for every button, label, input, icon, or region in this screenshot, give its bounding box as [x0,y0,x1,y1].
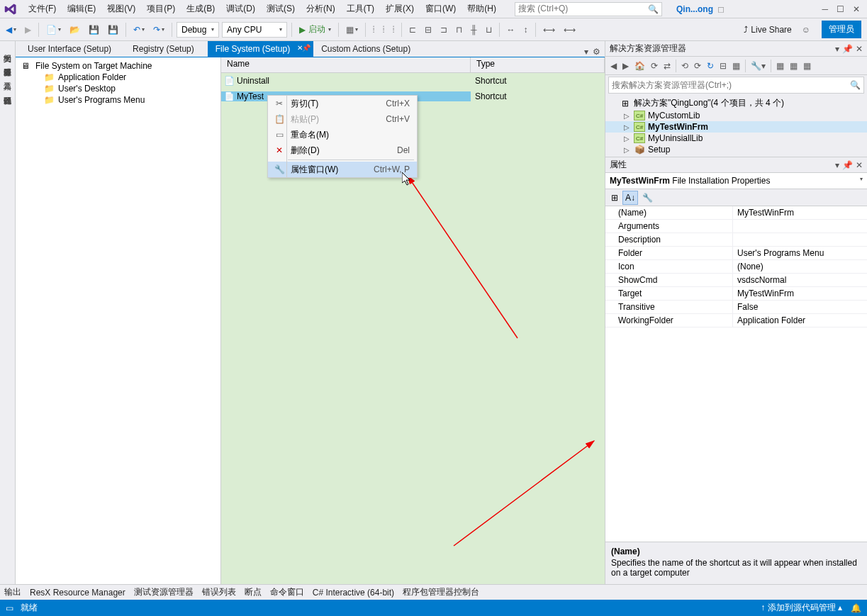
bottom-tab-csi[interactable]: C# Interactive (64-bit) [313,588,394,598]
menu-help[interactable]: 帮助(H) [462,1,502,16]
align-top-button[interactable]: ⊓ [453,23,465,36]
new-project-button[interactable]: 📄▾ [43,23,64,36]
fs-folder-app[interactable]: 📁 Application Folder [17,72,219,83]
align-right-button[interactable]: ⊐ [437,23,450,36]
minimize-button[interactable]: ─ [822,4,828,14]
tab-custom-actions[interactable]: Custom Actions (Setup) [313,41,424,57]
menu-analyze[interactable]: 分析(N) [301,1,341,16]
prop-row-icon[interactable]: Icon(None) [605,260,867,274]
fs-col-name[interactable]: Name [221,57,471,72]
menu-test[interactable]: 测试(S) [261,1,301,16]
platform-dropdown[interactable]: Any CPU▾ [222,22,287,38]
chevron-right-icon[interactable]: ▷ [622,123,631,131]
tree-project-mytestwinfrm[interactable]: ▷ C# MyTestWinFrm [605,121,867,133]
nav-back-button[interactable]: ◀▾ [3,23,19,36]
sol-props-button[interactable]: 🔧▾ [749,60,768,72]
sol-back-button[interactable]: ◀ [608,60,619,72]
bottom-tab-errors[interactable]: 错误列表 [202,586,236,598]
tb-btn-2[interactable]: ⦙ [370,23,377,36]
liveshare-button[interactable]: ⤴ Live Share [739,25,795,35]
solution-search-field[interactable] [612,80,850,90]
bottom-tab-cmd[interactable]: 命令窗口 [270,586,304,598]
menu-edit[interactable]: 编辑(E) [62,1,101,16]
menu-project[interactable]: 项目(P) [141,1,181,16]
panel-dropdown-icon[interactable]: ▾ [835,160,839,170]
prop-row-showcmd[interactable]: ShowCmdvsdscNormal [605,274,867,287]
align-bottom-button[interactable]: ⊔ [483,23,495,36]
prop-row-target[interactable]: TargetMyTestWinFrm [605,287,867,301]
tree-solution-root[interactable]: ⊞ 解决方案"QingLong"(4 个项目，共 4 个) [605,96,867,110]
prop-row-name[interactable]: (Name)MyTestWinFrm [605,206,867,220]
prop-row-transitive[interactable]: TransitiveFalse [605,301,867,314]
sol-switch-button[interactable]: ⇄ [661,60,673,72]
prop-row-arguments[interactable]: Arguments [605,220,867,233]
open-file-button[interactable]: 📂 [67,23,83,36]
bottom-tab-output[interactable]: 输出 [4,586,21,598]
user-avatar-icon[interactable]: ◻ [717,4,725,14]
bottom-tab-breakpoints[interactable]: 断点 [245,586,262,598]
maximize-button[interactable]: ☐ [837,4,844,14]
align-center-button[interactable]: ⊟ [422,23,435,36]
panel-pin-icon[interactable]: 📌 [842,160,853,170]
menu-window[interactable]: 窗口(W) [420,1,462,16]
sol-refresh-button[interactable]: ↻ [705,60,716,72]
sol-view-button[interactable]: ▦ [788,60,800,72]
tab-file-system[interactable]: File System (Setup) 📌 ✕ [208,41,313,57]
config-dropdown[interactable]: Debug▾ [177,22,219,38]
sol-sync-button[interactable]: ⟳ [649,60,660,72]
user-account[interactable]: Qin...ong [672,4,717,14]
nav-fwd-button[interactable]: ▶ [22,23,34,36]
props-wrench-button[interactable]: 🔧 [639,191,656,205]
tb-btn-1[interactable]: ▦▾ [343,23,361,36]
sol-home-button[interactable]: 🏠 [632,60,647,72]
feedback-button[interactable]: ☺ [799,23,813,36]
props-categorized-button[interactable]: ⊞ [608,191,621,205]
cm-cut[interactable]: ✂ 剪切(T) Ctrl+X [268,96,417,111]
quick-search-input[interactable]: 搜索 (Ctrl+Q) 🔍 [515,2,662,16]
prop-row-workingfolder[interactable]: WorkingFolderApplication Folder [605,314,867,327]
properties-object-selector[interactable]: MyTestWinFrm File Installation Propertie… [605,173,867,189]
tab-registry[interactable]: Registry (Setup) [125,41,208,57]
strip-tab-doc-outline[interactable]: 文档大纲 [1,44,14,52]
menu-view[interactable]: 视图(V) [101,1,141,16]
fs-root[interactable]: 🖥 File System on Target Machine [17,60,219,72]
status-source-control[interactable]: ↑ 添加到源代码管理 ▴ [761,602,842,614]
chevron-right-icon[interactable]: ▷ [622,146,631,154]
panel-pin-icon[interactable]: 📌 [842,44,853,54]
redo-button[interactable]: ↷▾ [150,23,167,36]
save-button[interactable]: 💾 [86,23,102,36]
fs-row-uninstall[interactable]: 📄Uninstall Shortcut [221,73,605,89]
solution-search-input[interactable]: 🔍 [608,77,864,94]
cm-properties[interactable]: 🔧 属性窗口(W) Ctrl+W, P [268,162,417,177]
sol-view2-button[interactable]: ▦ [801,60,813,72]
menu-tools[interactable]: 工具(T) [341,1,380,16]
size-w-button[interactable]: ⟷ [540,23,558,36]
cm-delete[interactable]: ✕ 删除(D) Del [268,142,417,158]
close-button[interactable]: ✕ [853,4,860,14]
tb-btn-3[interactable]: ⦙ [380,23,387,36]
tree-project-setup[interactable]: ▷ 📦 Setup [605,144,867,155]
sol-preview-button[interactable]: ▦ [774,60,786,72]
chevron-right-icon[interactable]: ▷ [622,135,631,142]
sol-sync2-button[interactable]: ⟳ [692,60,703,72]
tb-btn-4[interactable]: ⦙ [390,23,397,36]
menu-debug[interactable]: 调试(D) [220,1,261,16]
prop-row-description[interactable]: Description [605,233,867,247]
strip-tab-source[interactable]: 源代码管理器 [1,86,14,95]
tab-close-icon[interactable]: ✕ [297,44,303,52]
status-bell-icon[interactable]: 🔔 [851,603,861,613]
fs-folder-desktop[interactable]: 📁 User's Desktop [17,83,219,94]
cm-rename[interactable]: ▭ 重命名(M) [268,127,417,142]
tree-project-mycustomlib[interactable]: ▷ C# MyCustomLib [605,110,867,121]
start-debug-button[interactable]: ▶启动▾ [296,22,334,37]
tab-user-interface[interactable]: User Interface (Setup) [20,41,125,57]
tab-pin-icon[interactable]: 📌 [302,44,311,52]
tree-project-myuninstalllib[interactable]: ▷ C# MyUninsiallLib [605,133,867,144]
save-all-button[interactable]: 💾 [105,23,121,36]
spacing-v-button[interactable]: ↕ [521,23,531,36]
tab-overflow-icon[interactable]: ▾ [584,47,588,57]
fs-col-type[interactable]: Type [471,57,605,72]
undo-button[interactable]: ↶▾ [130,23,147,36]
spacing-h-button[interactable]: ↔ [504,23,518,36]
sol-collapse-button[interactable]: ⊟ [717,60,729,72]
